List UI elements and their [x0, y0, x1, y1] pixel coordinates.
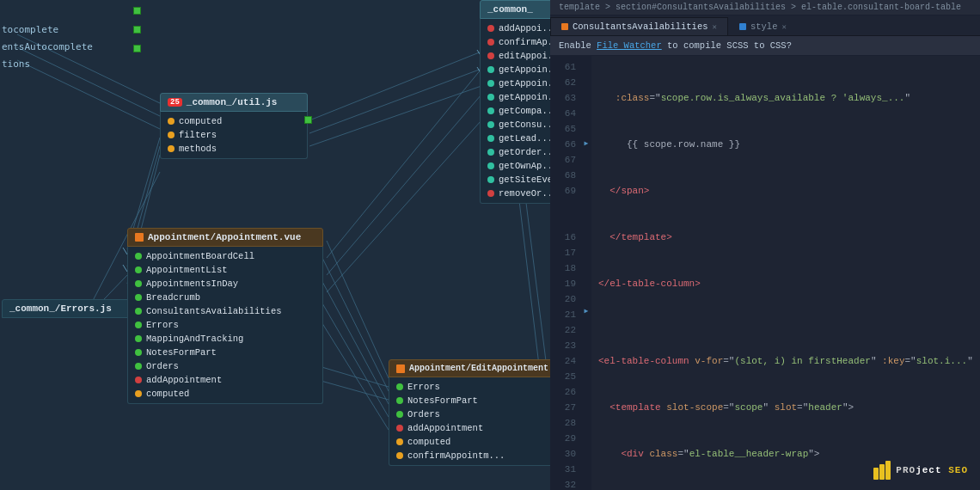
logo: PROject SEO: [872, 461, 968, 480]
appt-row-8: Orders: [128, 359, 322, 373]
svg-line-3: [309, 52, 481, 120]
dot-7: [135, 349, 142, 356]
ln-32: 32: [550, 477, 576, 490]
arrow-23: [581, 334, 591, 350]
ct-dot-5: [487, 94, 494, 101]
arrow-21[interactable]: ▶: [581, 303, 591, 319]
appt-row-3: Breadcrumb: [128, 291, 322, 304]
dot-8: [135, 363, 142, 370]
ea-row-0: Errors: [389, 380, 564, 394]
arrow-68: [581, 166, 591, 181]
ea-dot-4: [396, 438, 403, 445]
util-label-methods: methods: [179, 144, 217, 154]
watcher-bar: Enable File Watcher to compile SCSS to C…: [550, 36, 980, 56]
arrow-66[interactable]: ▶: [581, 136, 591, 151]
dot-3: [135, 294, 142, 301]
ln-28: 28: [550, 415, 576, 431]
ea-dot-5: [396, 452, 403, 459]
svg-line-11: [516, 172, 542, 387]
svg-line-15: [17, 60, 160, 129]
ct-dot-7: [487, 121, 494, 128]
ln-66: 66: [550, 137, 576, 152]
arrow-26: [581, 380, 591, 395]
arrow-b1: [581, 197, 591, 212]
ea-row-3: addAppointment: [389, 421, 564, 435]
ln-22: 22: [550, 322, 576, 338]
ct-dot-1: [487, 39, 494, 46]
code-line-69: <div class="el-table__header-wrap">: [598, 446, 973, 462]
node-errors: _common_/Errors.js: [2, 299, 139, 318]
svg-line-14: [17, 47, 160, 116]
dot-4: [135, 308, 142, 315]
node-util: 25 _common_/util.js computed filters met…: [160, 93, 308, 159]
ln-18: 18: [550, 260, 576, 276]
node-appointment: Appointment/Appointment.vue AppointmentB…: [127, 228, 323, 404]
tab-consultants[interactable]: ConsultantsAvailabilities ✕: [550, 17, 728, 35]
ln-63: 63: [550, 90, 576, 106]
ln-blank1: [550, 199, 576, 214]
util-title: _common_/util.js: [187, 97, 278, 107]
svg-rect-24: [879, 464, 885, 480]
ea-row-4: computed: [389, 435, 564, 449]
arrow-30: [581, 441, 591, 456]
node-appointment-header: Appointment/Appointment.vue: [127, 228, 323, 247]
ln-68: 68: [550, 168, 576, 183]
ln-16: 16: [550, 230, 576, 245]
node-util-body: computed filters methods: [160, 112, 308, 159]
ln-64: 64: [550, 106, 576, 121]
appt-icon: [135, 233, 144, 242]
partial-label-1: tocomplete: [2, 24, 58, 35]
ln-29: 29: [550, 431, 576, 446]
logo-seo: SEO: [948, 465, 968, 475]
ea-row-1: NotesFormPart: [389, 394, 564, 407]
tab-consultants-close[interactable]: ✕: [713, 22, 717, 32]
ct-dot-8: [487, 135, 494, 142]
svg-line-18: [327, 241, 389, 378]
connector-tl1: [133, 7, 141, 15]
logo-pro: PRO: [896, 465, 916, 475]
arrow-64: [581, 105, 591, 120]
ln-31: 31: [550, 462, 576, 477]
tab-bar: ConsultantsAvailabilities ✕ style ✕: [550, 15, 980, 36]
dot-computed: [168, 118, 175, 125]
ea-dot-2: [396, 411, 403, 418]
ct-dot-10: [487, 162, 494, 169]
arrow-b2: [581, 212, 591, 228]
ea-dot-0: [396, 383, 403, 390]
dot-2: [135, 280, 142, 287]
ln-17: 17: [550, 245, 576, 260]
ln-61: 61: [550, 59, 576, 75]
arrow-24: [581, 349, 591, 364]
arrow-27: [581, 395, 591, 411]
arrow-18: [581, 258, 591, 273]
ln-24: 24: [550, 353, 576, 369]
ln-65: 65: [550, 121, 576, 137]
node-util-header: 25 _common_/util.js: [160, 93, 308, 112]
watcher-link[interactable]: File Watcher: [597, 40, 662, 51]
ct-dot-3: [487, 66, 494, 73]
ln-26: 26: [550, 384, 576, 400]
ct-dot-9: [487, 149, 494, 156]
line-numbers: 61 62 63 64 65 66 67 68 69 16 17 18 19 2…: [550, 56, 581, 490]
svg-line-10: [327, 120, 481, 292]
dot-5: [135, 322, 142, 328]
tab-consultants-icon: [561, 23, 568, 30]
connector-tl2: [133, 26, 141, 34]
node-edit-header: Appointment/EditAppointment.vue: [389, 359, 565, 377]
ln-20: 20: [550, 291, 576, 307]
ct-dot-4: [487, 80, 494, 87]
arrow-62: [581, 75, 591, 90]
tab-style[interactable]: style ✕: [728, 17, 798, 35]
svg-line-4: [309, 69, 481, 133]
ln-69: 69: [550, 183, 576, 199]
svg-line-5: [309, 86, 481, 146]
dot-1: [135, 266, 142, 273]
dot-6: [135, 335, 142, 342]
appt-row-2: AppointmentsInDay: [128, 277, 322, 291]
util-label-filters: filters: [179, 130, 217, 140]
common-top-title: _common_: [487, 4, 533, 15]
tab-style-close[interactable]: ✕: [781, 22, 786, 32]
svg-rect-23: [873, 468, 879, 480]
arrow-17: [581, 242, 591, 258]
code-line-68: <template slot-scope="scope" slot="heade…: [598, 400, 973, 415]
